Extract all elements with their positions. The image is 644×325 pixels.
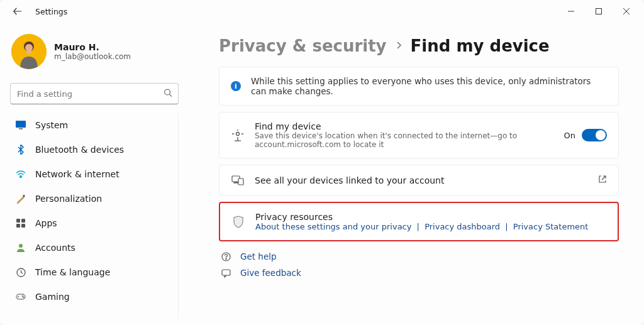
svg-point-17 bbox=[19, 244, 23, 248]
search-icon bbox=[164, 88, 172, 100]
svg-rect-15 bbox=[16, 224, 20, 228]
svg-line-8 bbox=[170, 94, 172, 97]
accounts-icon bbox=[15, 242, 26, 253]
get-help-label: Get help bbox=[240, 251, 277, 262]
link-privacy-statement[interactable]: Privacy Statement bbox=[513, 222, 589, 231]
sidebar-item-personalization[interactable]: Personalization bbox=[10, 187, 174, 211]
info-icon: i bbox=[231, 81, 241, 91]
svg-point-11 bbox=[20, 177, 21, 178]
svg-point-27 bbox=[225, 258, 226, 259]
setting-description: Save this device's location when it's co… bbox=[255, 131, 554, 149]
divider: | bbox=[417, 222, 419, 231]
profile-email: m_lab@outlook.com bbox=[54, 52, 131, 61]
svg-rect-16 bbox=[21, 224, 25, 228]
svg-point-22 bbox=[236, 133, 240, 136]
get-help-link[interactable]: Get help bbox=[219, 251, 619, 262]
profile-section[interactable]: Mauro H. m_lab@outlook.com bbox=[10, 29, 179, 78]
external-link-icon bbox=[598, 174, 607, 186]
info-text: While this setting applies to everyone w… bbox=[251, 76, 607, 96]
search-input[interactable] bbox=[10, 83, 179, 104]
svg-point-7 bbox=[165, 89, 170, 95]
svg-rect-28 bbox=[222, 270, 230, 275]
personalization-icon bbox=[15, 193, 26, 204]
clock-icon bbox=[15, 267, 26, 278]
sidebar-item-label: Bluetooth & devices bbox=[35, 145, 124, 155]
give-feedback-label: Give feedback bbox=[240, 268, 301, 278]
linked-devices-link[interactable]: See all your devices linked to your acco… bbox=[219, 165, 619, 196]
window-title: Settings bbox=[35, 7, 67, 16]
svg-point-6 bbox=[25, 44, 33, 52]
svg-rect-13 bbox=[16, 219, 20, 223]
link-about-privacy[interactable]: About these settings and your privacy bbox=[255, 222, 411, 231]
sidebar-item-bluetooth[interactable]: Bluetooth & devices bbox=[10, 138, 174, 162]
info-banner: i While this setting applies to everyone… bbox=[219, 67, 619, 106]
breadcrumb-parent[interactable]: Privacy & security bbox=[219, 36, 387, 55]
divider: | bbox=[505, 222, 508, 231]
sidebar-item-label: Gaming bbox=[35, 292, 70, 302]
sidebar-item-label: Network & internet bbox=[35, 169, 119, 179]
resources-title: Privacy resources bbox=[255, 212, 606, 222]
toggle-label: On bbox=[564, 131, 575, 140]
find-my-device-setting: Find my device Save this device's locati… bbox=[219, 112, 619, 158]
svg-rect-1 bbox=[596, 9, 602, 14]
apps-icon bbox=[15, 218, 26, 229]
sidebar-item-label: Apps bbox=[35, 218, 57, 228]
give-feedback-link[interactable]: Give feedback bbox=[219, 268, 619, 278]
sidebar-item-label: System bbox=[35, 120, 68, 130]
sidebar-item-apps[interactable]: Apps bbox=[10, 211, 174, 235]
svg-rect-24 bbox=[238, 179, 243, 185]
setting-title: Find my device bbox=[255, 121, 554, 131]
find-my-device-toggle[interactable] bbox=[582, 129, 607, 141]
gaming-icon bbox=[15, 291, 26, 302]
svg-point-21 bbox=[23, 297, 25, 298]
chevron-right-icon bbox=[396, 41, 402, 52]
system-icon bbox=[15, 119, 26, 131]
svg-point-20 bbox=[22, 295, 23, 297]
feedback-icon bbox=[220, 268, 231, 278]
privacy-resources-card: Privacy resources About these settings a… bbox=[219, 202, 619, 241]
network-icon bbox=[15, 168, 26, 180]
linked-devices-label: See all your devices linked to your acco… bbox=[255, 175, 588, 185]
devices-icon bbox=[231, 175, 245, 185]
help-icon bbox=[220, 252, 231, 262]
sidebar-item-gaming[interactable]: Gaming bbox=[10, 285, 174, 309]
sidebar-item-system[interactable]: System bbox=[10, 113, 174, 137]
close-button[interactable] bbox=[613, 1, 640, 21]
minimize-button[interactable] bbox=[557, 1, 585, 21]
location-icon bbox=[231, 129, 245, 141]
sidebar-item-label: Personalization bbox=[35, 194, 102, 204]
sidebar-item-time-language[interactable]: Time & language bbox=[10, 260, 174, 284]
sidebar-item-label: Time & language bbox=[35, 267, 110, 277]
profile-name: Mauro H. bbox=[54, 42, 131, 52]
svg-rect-25 bbox=[234, 182, 238, 183]
sidebar-item-label: Accounts bbox=[35, 243, 75, 253]
breadcrumb: Privacy & security Find my device bbox=[219, 36, 619, 55]
svg-rect-14 bbox=[21, 219, 25, 223]
avatar bbox=[11, 34, 47, 69]
shield-icon bbox=[231, 216, 245, 228]
svg-rect-10 bbox=[19, 128, 23, 129]
link-privacy-dashboard[interactable]: Privacy dashboard bbox=[425, 222, 500, 231]
bluetooth-icon bbox=[15, 144, 26, 155]
sidebar-item-accounts[interactable]: Accounts bbox=[10, 236, 174, 260]
svg-rect-9 bbox=[16, 121, 26, 128]
maximize-button[interactable] bbox=[585, 1, 613, 21]
sidebar-item-network[interactable]: Network & internet bbox=[10, 162, 174, 186]
back-button[interactable] bbox=[9, 3, 26, 20]
search-box bbox=[10, 83, 179, 104]
page-title: Find my device bbox=[411, 36, 550, 55]
